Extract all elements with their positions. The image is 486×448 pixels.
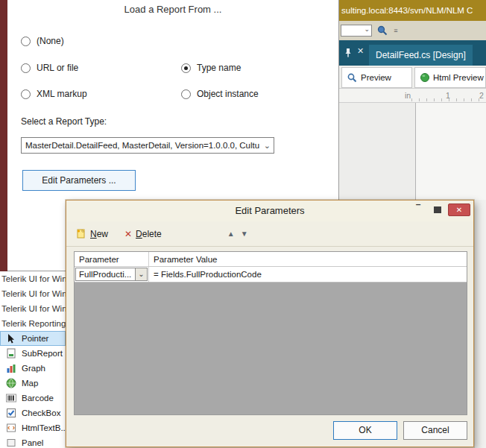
- parameters-grid: Parameter Parameter Value FullProducti..…: [74, 251, 467, 415]
- tab-preview[interactable]: Preview: [341, 67, 412, 88]
- ruler-ticks: [405, 98, 486, 101]
- delete-parameter-button[interactable]: ✕ Delete: [124, 229, 162, 239]
- chevron-down-icon: ⌄: [264, 138, 271, 153]
- toolbox-item-label: Graph: [22, 364, 45, 373]
- grid-row[interactable]: FullProducti... ⌄ = Fields.FullProductio…: [75, 267, 467, 283]
- radio-icon: [21, 89, 31, 99]
- maximize-icon: [434, 206, 441, 213]
- document-tab[interactable]: DetailFeed.cs [Design]: [369, 45, 473, 66]
- search-icon[interactable]: [376, 25, 388, 37]
- toolbox-item-label: Barcode: [22, 394, 54, 403]
- toolbox-group[interactable]: Telerik UI for Win...: [0, 286, 66, 301]
- pin-icon[interactable]: [343, 47, 353, 59]
- dialog-toolbar: New ✕ Delete ▲ ▼: [66, 221, 473, 247]
- radio-label: Object instance: [197, 89, 259, 99]
- pointer-icon: [6, 333, 16, 344]
- magnifier-icon: [347, 72, 358, 83]
- design-surface-edge: [415, 103, 416, 200]
- move-up-button[interactable]: ▲: [224, 227, 238, 241]
- chevron-down-icon: ⌄: [364, 25, 370, 33]
- toolbox-group[interactable]: Telerik UI for Win...: [0, 271, 66, 286]
- vs-toolbar: ⌄ ≡: [339, 21, 486, 40]
- radio-icon: [181, 63, 191, 73]
- radio-url-or-file[interactable]: URL or file: [21, 63, 78, 73]
- toolbox-group-telerik-reporting[interactable]: Telerik Reporting: [0, 316, 66, 331]
- radio-type-name[interactable]: Type name: [181, 63, 241, 73]
- new-icon: [75, 228, 86, 239]
- edit-parameters-dialog: Edit Parameters – ✕ New ✕: [66, 200, 474, 447]
- toolbox-item-label: Panel: [22, 438, 43, 447]
- toolbox-item-panel[interactable]: Panel: [0, 435, 66, 448]
- vs-background: sulting.local:8443/svn/NLM/NLM C ⌄ ≡: [339, 0, 486, 200]
- toolbar-overflow-icon[interactable]: ≡: [391, 25, 400, 37]
- column-header-parameter[interactable]: Parameter: [75, 252, 149, 266]
- design-surface-right: [474, 200, 486, 448]
- select-report-type-label: Select a Report Type:: [21, 116, 107, 127]
- toolbox-item-htmltextbox[interactable]: HtmlTextB...: [0, 420, 66, 435]
- new-button-label: New: [90, 229, 108, 239]
- report-type-value: MasterDetail.DetailFeed, MasterDetail, V…: [25, 141, 259, 150]
- toolbox-item-checkbox[interactable]: CheckBox: [0, 406, 66, 420]
- maximize-button[interactable]: [429, 204, 446, 216]
- close-icon[interactable]: ✕: [357, 46, 364, 56]
- toolbar-combo[interactable]: ⌄: [341, 25, 372, 37]
- new-parameter-button[interactable]: New: [75, 228, 108, 239]
- tab-html-preview[interactable]: Html Preview: [414, 67, 486, 88]
- document-tab-well: ✕ DetailFeed.cs [Design]: [339, 40, 486, 66]
- move-down-button[interactable]: ▼: [238, 227, 251, 241]
- edit-parameters-button[interactable]: Edit Parameters ...: [22, 170, 136, 191]
- toolbox-group-label: Telerik UI for Win...: [1, 304, 66, 313]
- cancel-button[interactable]: Cancel: [403, 421, 467, 440]
- toolbox-item-map[interactable]: Map: [0, 376, 66, 391]
- minimize-button[interactable]: –: [409, 204, 427, 216]
- toolbox-group[interactable]: Telerik UI for Win...: [0, 301, 66, 316]
- barcode-icon: [6, 393, 16, 403]
- parameter-cell: FullProducti... ⌄: [75, 267, 149, 282]
- toolbox-item-pointer[interactable]: Pointer: [0, 331, 66, 346]
- graph-icon: [6, 363, 16, 373]
- radio-label: (None): [37, 36, 64, 46]
- document-tab-label: DetailFeed.cs [Design]: [376, 50, 466, 60]
- ok-button[interactable]: OK: [333, 421, 397, 440]
- designer-ruler: in 1 2: [339, 89, 486, 103]
- design-surface-margin: [339, 103, 415, 200]
- close-button[interactable]: ✕: [448, 204, 470, 216]
- subreport-icon: [6, 348, 16, 359]
- toolbox-item-label: Pointer: [22, 334, 48, 343]
- radio-icon: [21, 37, 31, 46]
- toolbox-item-subreport[interactable]: SubReport: [0, 346, 66, 361]
- window-buttons: – ✕: [409, 204, 470, 216]
- toolbox-item-label: HtmlTextB...: [22, 423, 66, 432]
- toolbox-item-barcode[interactable]: Barcode: [0, 391, 66, 406]
- radio-label: XML markup: [37, 89, 87, 99]
- radio-none[interactable]: (None): [21, 36, 64, 46]
- toolbox-item-label: SubReport: [22, 349, 63, 358]
- htmltextbox-icon: [6, 423, 16, 433]
- parameter-value-cell[interactable]: = Fields.FullProductionCode: [149, 267, 467, 282]
- grid-header: Parameter Parameter Value: [75, 252, 467, 267]
- toolbox-item-graph[interactable]: Graph: [0, 361, 66, 376]
- browser-titlebar: sulting.local:8443/svn/NLM/NLM C: [339, 0, 486, 21]
- chevron-down-icon[interactable]: ⌄: [135, 268, 147, 280]
- panel-icon: [6, 438, 16, 448]
- radio-icon: [181, 89, 191, 99]
- radio-label: URL or file: [37, 63, 78, 73]
- parameter-combobox[interactable]: FullProducti... ⌄: [75, 268, 148, 281]
- report-type-combobox[interactable]: MasterDetail.DetailFeed, MasterDetail, V…: [21, 137, 274, 154]
- parameter-name: FullProducti...: [79, 270, 131, 279]
- preview-tab-strip: Preview Html Preview: [339, 66, 486, 89]
- radio-xml-markup[interactable]: XML markup: [21, 89, 87, 99]
- screen: sulting.local:8443/svn/NLM/NLM C ⌄ ≡: [0, 0, 486, 448]
- tab-preview-label: Preview: [361, 73, 391, 82]
- toolbox-group-label: Telerik UI for Win...: [1, 289, 66, 298]
- toolbox-item-label: Map: [22, 379, 38, 388]
- dialog-titlebar[interactable]: Edit Parameters – ✕: [66, 201, 473, 221]
- radio-label: Type name: [197, 63, 241, 73]
- delete-button-label: Delete: [136, 229, 162, 239]
- dialog-title: Load a Report From ...: [7, 4, 338, 15]
- radio-object-instance[interactable]: Object instance: [181, 89, 259, 99]
- toolbox-group-label: Telerik Reporting: [1, 319, 66, 328]
- window-edge-strip: [0, 0, 7, 271]
- column-header-parameter-value[interactable]: Parameter Value: [149, 252, 467, 266]
- dialog-title: Edit Parameters: [235, 205, 304, 216]
